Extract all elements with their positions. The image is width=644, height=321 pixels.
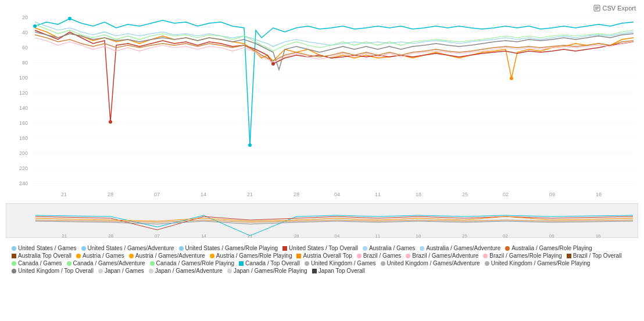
legend-label-japan-games-role: Japan / Games/Role Playing <box>234 268 307 274</box>
legend-brazil-games[interactable]: Brazil / Games <box>357 253 402 259</box>
svg-text:20: 20 <box>22 15 28 20</box>
legend-dot-au-games-adventure <box>420 246 424 251</box>
legend-dot-canada-games-role <box>150 261 155 266</box>
legend-label-austria-games: Austria / Games <box>83 253 124 259</box>
svg-text:14: 14 <box>201 192 206 197</box>
legend-label-uk-games: United Kingdom / Games <box>311 260 376 266</box>
legend-uk-top[interactable]: United Kingdom / Top Overall <box>12 268 94 274</box>
legend-austria-games[interactable]: Austria / Games <box>76 253 124 259</box>
legend-austria-games-role[interactable]: Austria / Games/Role Playing <box>210 253 292 259</box>
svg-text:240: 240 <box>19 181 28 186</box>
svg-text:28: 28 <box>108 233 113 238</box>
legend-label-canada-games-role: Canada / Games/Role Playing <box>156 260 235 266</box>
svg-text:21: 21 <box>247 192 253 197</box>
legend-dot-canada-games <box>12 261 16 266</box>
legend-japan-games[interactable]: Japan / Games <box>98 268 144 274</box>
svg-text:140: 140 <box>19 105 28 111</box>
legend-label-austria-games-role: Austria / Games/Role Playing <box>216 253 292 259</box>
legend-japan-games-role[interactable]: Japan / Games/Role Playing <box>227 268 307 274</box>
legend-dot-austria-games-role <box>210 254 214 258</box>
legend-canada-games-adventure[interactable]: Canada / Games/Adventure <box>67 260 145 266</box>
main-container: CSV Export 20 40 60 80 100 120 140 160 <box>0 0 644 321</box>
svg-text:220: 220 <box>19 165 28 171</box>
legend-us-top[interactable]: United States / Top Overall <box>282 245 358 251</box>
legend-label-brazil-games: Brazil / Games <box>363 253 402 259</box>
svg-text:80: 80 <box>22 60 28 66</box>
legend-label-au-top: Australia Top Overall <box>18 253 71 259</box>
svg-point-46 <box>510 77 513 80</box>
legend-label-au-games-adventure: Australia / Games/Adventure <box>426 245 500 251</box>
legend-label-uk-top: United Kingdom / Top Overall <box>18 268 94 274</box>
legend-sq-japan-top <box>312 269 317 273</box>
legend-sq-au-top <box>12 254 16 258</box>
svg-text:21: 21 <box>248 233 253 238</box>
svg-text:14: 14 <box>201 233 206 238</box>
legend-canada-games-role[interactable]: Canada / Games/Role Playing <box>150 260 235 266</box>
legend-dot-uk-games-adventure <box>381 261 385 266</box>
mini-chart[interactable]: 21 28 07 14 21 28 04 11 18 25 02 09 16 <box>6 203 638 238</box>
main-chart-svg: 20 40 60 80 100 120 140 160 180 200 220 … <box>6 6 638 203</box>
svg-text:200: 200 <box>19 150 28 156</box>
legend-dot-us-games-adventure <box>81 246 86 251</box>
legend-au-games-adventure[interactable]: Australia / Games/Adventure <box>420 245 500 251</box>
legend-brazil-games-role[interactable]: Brazil / Games/Role Playing <box>483 253 562 259</box>
legend-canada-games[interactable]: Canada / Games <box>12 260 62 266</box>
svg-text:160: 160 <box>19 120 28 126</box>
legend-dot-austria-games-adventure <box>129 254 134 258</box>
legend-label-us-games-role: United States / Games/Role Playing <box>185 245 278 251</box>
legend-label-japan-games: Japan / Games <box>105 268 144 274</box>
legend-us-games[interactable]: United States / Games <box>12 245 77 251</box>
legend-uk-games-adventure[interactable]: United Kingdom / Games/Adventure <box>381 260 480 266</box>
legend-label-japan-games-adventure: Japan / Games/Adventure <box>155 268 223 274</box>
svg-text:02: 02 <box>503 233 508 238</box>
legend-label-canada-top: Canada / Top Overall <box>245 260 300 266</box>
svg-text:16: 16 <box>596 233 601 238</box>
legend-dot-uk-top <box>12 269 16 273</box>
legend-sq-canada-top <box>239 261 244 266</box>
legend-label-au-games: Australia / Games <box>369 245 415 251</box>
legend-brazil-top[interactable]: Brazil / Top Overall <box>567 253 622 259</box>
svg-text:04: 04 <box>335 233 340 238</box>
svg-text:28: 28 <box>108 192 113 197</box>
svg-text:16: 16 <box>596 192 602 197</box>
svg-point-45 <box>271 62 275 66</box>
legend-au-top[interactable]: Australia Top Overall <box>12 253 71 259</box>
legend-dot-canada-games-adventure <box>67 261 71 266</box>
legend-dot-brazil-games <box>357 254 362 258</box>
svg-text:04: 04 <box>334 192 340 197</box>
legend-dot-au-games <box>363 246 367 251</box>
legend-dot-austria-games <box>76 254 81 258</box>
svg-text:18: 18 <box>416 192 421 197</box>
legend-us-games-role[interactable]: United States / Games/Role Playing <box>179 245 278 251</box>
svg-text:07: 07 <box>154 192 160 197</box>
svg-text:18: 18 <box>416 233 421 238</box>
legend-au-games[interactable]: Australia / Games <box>363 245 415 251</box>
legend-uk-games[interactable]: United Kingdom / Games <box>305 260 376 266</box>
legend-us-games-adventure[interactable]: United States / Games/Adventure <box>81 245 174 251</box>
legend-austria-top[interactable]: Austria Overall Top <box>296 253 352 259</box>
legend-area: United States / Games United States / Ga… <box>6 241 638 277</box>
legend-dot-us-games-role <box>179 246 184 251</box>
legend-brazil-games-adventure[interactable]: Brazil / Games/Adventure <box>406 253 478 259</box>
legend-label-japan-top: Japan Top Overall <box>319 268 365 274</box>
legend-label-canada-games: Canada / Games <box>18 260 62 266</box>
svg-point-43 <box>33 24 37 28</box>
legend-au-games-role[interactable]: Australia / Games/Role Playing <box>505 245 592 251</box>
legend-label-canada-games-adventure: Canada / Games/Adventure <box>73 260 145 266</box>
legend-japan-top[interactable]: Japan Top Overall <box>312 268 365 274</box>
legend-label-us-top: United States / Top Overall <box>289 245 358 251</box>
legend-label-uk-games-role: United Kingdom / Games/Role Playing <box>491 260 591 266</box>
svg-text:21: 21 <box>62 233 67 238</box>
svg-text:02: 02 <box>503 192 509 197</box>
legend-label-brazil-games-adventure: Brazil / Games/Adventure <box>412 253 478 259</box>
legend-uk-games-role[interactable]: United Kingdom / Games/Role Playing <box>485 260 591 266</box>
legend-austria-games-adventure[interactable]: Austria / Games/Adventure <box>129 253 205 259</box>
svg-text:180: 180 <box>19 135 28 141</box>
svg-text:21: 21 <box>61 192 67 197</box>
legend-canada-top[interactable]: Canada / Top Overall <box>239 260 300 266</box>
svg-text:60: 60 <box>22 45 28 51</box>
legend-label-brazil-top: Brazil / Top Overall <box>573 253 622 259</box>
legend-japan-games-adventure[interactable]: Japan / Games/Adventure <box>149 268 223 274</box>
legend-sq-brazil-top <box>567 254 571 258</box>
main-chart-area: 20 40 60 80 100 120 140 160 180 200 220 … <box>6 6 638 203</box>
